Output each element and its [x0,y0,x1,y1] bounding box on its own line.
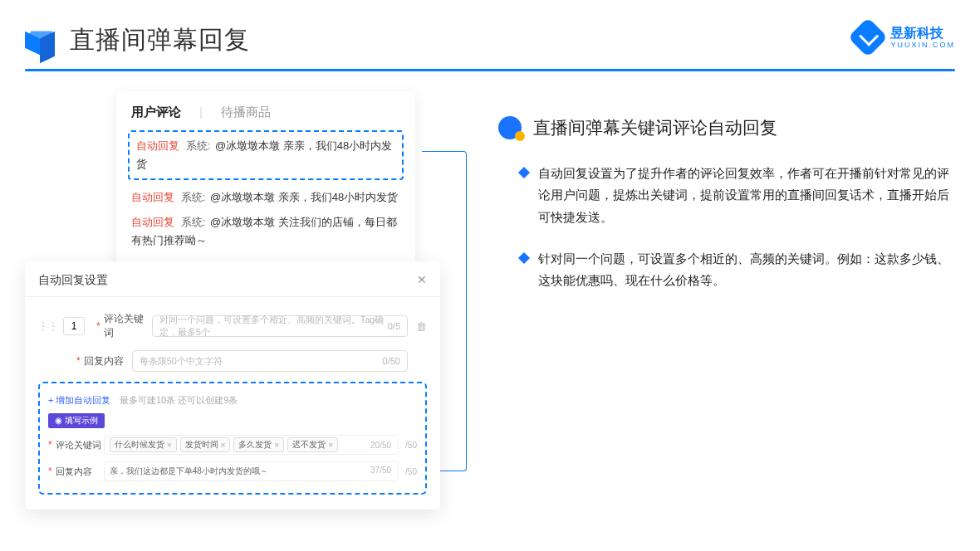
auto-reply-tag: 自动回复 [131,191,174,203]
trailing-count: /50 [405,467,417,476]
tab-divider: | [199,105,203,120]
feature-bullet: 自动回复设置为了提升作者的评论回复效率，作者可在开播前针对常见的评论用户问题，提… [520,163,955,228]
tag-chip[interactable]: 发货时间× [180,437,231,452]
reply-input[interactable]: 每条限50个中文字符 0/50 [132,350,408,372]
keyword-placeholder: 对同一个问题，可设置多个相近、高频的关键词。Tag确定，最多5个 [159,314,400,339]
tag-chip[interactable]: 什么时候发货× [110,437,177,452]
tag-chip[interactable]: 迟不发货× [287,437,338,452]
auto-reply-tag: 自动回复 [136,139,179,152]
feature-bullet: 针对同一个问题，可设置多个相近的、高频的关键词。例如：这款多少钱、这块能优惠吗、… [520,248,955,292]
bullet-text: 自动回复设置为了提升作者的评论回复效率，作者可在开播前针对常见的评论用户问题，提… [538,163,955,228]
auto-reply-tag: 自动回复 [131,216,174,228]
brand-logo: 昱新科技 YUUXIN.COM [854,23,955,51]
bullet-text: 针对同一个问题，可设置多个相近的、高频的关键词。例如：这款多少钱、这块能优惠吗、… [538,248,955,292]
diamond-icon [518,252,530,264]
brand-name-en: YUUXIN.COM [890,41,955,49]
tab-pending-goods[interactable]: 待播商品 [221,105,271,120]
reply-count: 0/50 [383,356,400,366]
close-icon[interactable]: ✕ [417,273,427,288]
example-block: + 增加自动回复 最多可建10条 还可以创建9条 ◉ 填写示例 * 评论关键词 … [38,382,427,495]
drag-handle-icon[interactable]: ⋮⋮ [38,320,58,332]
message-body: @冰墩墩本墩 亲亲，我们48小时内发货 [210,191,398,203]
example-keyword-field[interactable]: 什么时候发货× 发货时间× 多久发货× 迟不发货× 20/50 [104,435,399,455]
trailing-count: /50 [405,441,417,450]
diamond-icon [518,167,530,178]
required-star: * [48,439,52,451]
required-star: * [76,355,81,367]
reply-placeholder: 每条限50个中文字符 [140,355,223,368]
example-reply-count: 37/50 [370,466,391,475]
reply-label: 回复内容 [56,466,104,478]
feature-icon [498,116,522,139]
page-title: 直播间弹幕回复 [70,23,250,57]
settings-title: 自动回复设置 [38,273,108,288]
tab-user-comments[interactable]: 用户评论 [131,105,181,120]
required-star: * [48,466,52,477]
example-reply-text: 亲，我们这边都是下单48小时内发货的哦～ [110,466,268,475]
settings-card: 自动回复设置 ✕ ⋮⋮ 1 * 评论关键词 对同一个问题，可设置多个相近、高频的… [25,261,440,510]
add-rule-link[interactable]: + 增加自动回复 [48,395,110,405]
trash-icon[interactable]: 🗑 [416,320,427,333]
system-label: 系统: [186,139,211,152]
tag-chip[interactable]: 多久发货× [233,437,284,452]
required-star: * [96,320,100,332]
feature-description: 直播间弹幕关键词评论自动回复 自动回复设置为了提升作者的评论回复效率，作者可在开… [498,91,955,510]
add-rule-note: 最多可建10条 还可以创建9条 [120,395,238,405]
page-header: 直播间弹幕回复 [0,0,980,57]
cube-icon [25,26,55,56]
example-badge: ◉ 填写示例 [48,413,105,428]
comments-card: 用户评论 | 待播商品 自动回复 系统: @冰墩墩本墩 亲亲，我们48小时内发货… [116,91,415,273]
brand-icon [848,17,888,57]
feature-title: 直播间弹幕关键词评论自动回复 [533,116,777,139]
keyword-count: 0/5 [388,321,400,331]
keyword-input[interactable]: 对同一个问题，可设置多个相近、高频的关键词。Tag确定，最多5个 0/5 [152,315,408,337]
rule-number: 1 [63,317,85,335]
keyword-label: 评论关键词 [104,312,152,340]
reply-label: 回复内容 [84,354,132,368]
highlighted-message: 自动回复 系统: @冰墩墩本墩 亲亲，我们48小时内发货 [128,130,404,180]
brand-name-cn: 昱新科技 [890,27,955,40]
example-keyword-count: 20/50 [370,441,391,450]
system-label: 系统: [181,216,206,228]
example-reply-field[interactable]: 亲，我们这边都是下单48小时内发货的哦～ 37/50 [104,461,399,481]
system-label: 系统: [181,191,206,203]
keyword-label: 评论关键词 [56,439,104,451]
